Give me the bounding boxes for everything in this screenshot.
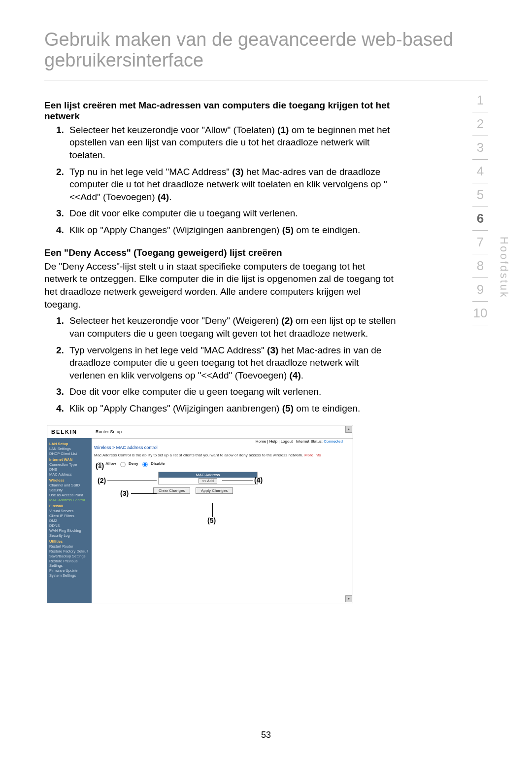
list-item: Selecteer het keuzerondje voor "Allow" (… xyxy=(66,124,397,162)
chapter-nav: 1 2 3 4 5 6 7 8 9 10 xyxy=(463,89,498,325)
sidebar-item[interactable]: Restore Previous Settings xyxy=(49,559,90,568)
home-link[interactable]: Home xyxy=(256,439,266,444)
page-number: 53 xyxy=(0,730,532,740)
screenshot-topbar: BELKIN Router Setup xyxy=(47,425,353,439)
disable-radio[interactable] xyxy=(142,462,147,467)
sidebar-item[interactable]: Security Log xyxy=(49,533,90,538)
sidebar-item[interactable]: Restart Router xyxy=(49,544,90,549)
chapter-link-9[interactable]: 9 xyxy=(463,278,498,301)
sidebar-heading: LAN Setup xyxy=(49,442,90,446)
sidebar-item[interactable]: DNS xyxy=(49,467,90,472)
router-screenshot: ▴ ▾ BELKIN Router Setup Home | Help | Lo… xyxy=(47,425,353,603)
top-links: Home | Help | Logout Internet Status: Co… xyxy=(256,439,343,444)
chapter-link-3[interactable]: 3 xyxy=(463,136,498,159)
status-value: Connected xyxy=(324,439,343,444)
callout-line xyxy=(131,493,157,494)
brand-logo: BELKIN xyxy=(47,429,96,435)
section2-list: Selecteer het keuzerondje voor "Deny" (W… xyxy=(44,314,397,415)
title-rule xyxy=(44,80,488,80)
list-item: Klik op "Apply Changes" (Wijzigingen aan… xyxy=(66,402,397,415)
chapter-link-10[interactable]: 10 xyxy=(463,302,498,325)
help-link[interactable]: Help xyxy=(269,439,277,444)
callout-2: (2) xyxy=(98,477,106,484)
status-label: Internet Status: xyxy=(296,439,323,444)
sidebar-item[interactable]: Connection Type xyxy=(49,462,90,467)
deny-radio[interactable] xyxy=(120,462,125,467)
list-item: Klik op "Apply Changes" (Wijzigingen aan… xyxy=(66,224,397,237)
sidebar-item[interactable]: Use as Access Point xyxy=(49,493,90,497)
mac-header: MAC Address xyxy=(159,472,257,478)
sidebar-item[interactable]: Client IP Filters xyxy=(49,514,90,518)
scroll-up-icon[interactable]: ▴ xyxy=(345,426,352,433)
section2-heading: Een "Deny Access" (Toegang geweigerd) li… xyxy=(44,247,397,258)
screenshot-main: Wireless > MAC address control Mac Addre… xyxy=(94,445,343,494)
chapter-link-6[interactable]: 6 xyxy=(463,207,498,230)
list-item: Typ vervolgens in het lege veld "MAC Add… xyxy=(66,344,397,382)
sidebar-item[interactable]: WAN Ping Blocking xyxy=(49,528,90,533)
sidebar-item[interactable]: Security xyxy=(49,488,90,492)
clear-changes-button[interactable]: Clear Changes xyxy=(153,487,190,494)
sidebar-item[interactable]: Restore Factory Default xyxy=(49,549,90,553)
section2-intro: De "Deny Access"-lijst stelt u in staat … xyxy=(44,260,397,311)
list-item: Doe dit voor elke computer die u geen to… xyxy=(66,385,397,398)
sidebar-heading: Utilities xyxy=(49,539,90,544)
sidebar-item[interactable]: DDNS xyxy=(49,523,90,528)
chapter-link-8[interactable]: 8 xyxy=(463,254,498,277)
callout-4: (4) xyxy=(254,476,263,484)
callout-line xyxy=(105,466,112,466)
chapter-link-7[interactable]: 7 xyxy=(463,231,498,254)
chapter-link-4[interactable]: 4 xyxy=(463,160,498,183)
logout-link[interactable]: Logout xyxy=(281,439,293,444)
apply-changes-button[interactable]: Apply Changes xyxy=(196,487,233,494)
router-setup-label: Router Setup xyxy=(96,429,122,434)
list-item: Doe dit voor elke computer die u toegang… xyxy=(66,207,397,220)
sidebar-item[interactable]: Virtual Servers xyxy=(49,509,90,513)
callout-line xyxy=(107,481,157,481)
list-item: Typ nu in het lege veld "MAC Address" (3… xyxy=(66,166,397,204)
sidebar-item-active[interactable]: MAC Address Control xyxy=(49,498,90,502)
add-button[interactable]: << Add xyxy=(199,478,217,484)
breadcrumb: Wireless > MAC address control xyxy=(94,445,343,450)
sidebar-item[interactable]: DMZ xyxy=(49,518,90,523)
chapter-link-2[interactable]: 2 xyxy=(463,112,498,136)
sidebar-item[interactable]: Channel and SSID xyxy=(49,483,90,487)
callout-5: (5) xyxy=(207,517,216,524)
chapter-label: Hoofdstuk xyxy=(498,237,510,299)
callout-3: (3) xyxy=(120,489,129,497)
section1-heading: Een lijst creëren met Mac-adressen van c… xyxy=(44,100,397,122)
sidebar-item[interactable]: System Settings xyxy=(49,573,90,578)
page-title: Gebruik maken van de geavanceerde web-ba… xyxy=(44,30,488,71)
sidebar-heading: Internet WAN xyxy=(49,457,90,462)
mac-address-table: MAC Address << Add xyxy=(158,472,258,484)
screenshot-sidebar: LAN Setup LAN Settings DHCP Client List … xyxy=(47,438,92,603)
sidebar-heading: Wireless xyxy=(49,478,90,483)
chapter-link-5[interactable]: 5 xyxy=(463,183,498,207)
button-row: Clear Changes Apply Changes xyxy=(153,487,343,494)
body-content: Een lijst creëren met Mac-adressen van c… xyxy=(44,100,397,603)
sidebar-item[interactable]: LAN Settings xyxy=(49,447,90,451)
list-item: Selecteer het keuzerondje voor "Deny" (W… xyxy=(66,314,397,340)
sidebar-item[interactable]: MAC Address xyxy=(49,472,90,477)
more-info-link[interactable]: More Info xyxy=(304,453,321,457)
sidebar-heading: Firewall xyxy=(49,504,90,508)
callout-1: (1) xyxy=(96,462,104,470)
description-text: Mac Address Control is the ability to se… xyxy=(94,453,343,458)
chapter-link-1[interactable]: 1 xyxy=(463,89,498,112)
scroll-down-icon[interactable]: ▾ xyxy=(345,595,352,602)
sidebar-item[interactable]: Save/Backup Settings xyxy=(49,554,90,558)
section1-list: Selecteer het keuzerondje voor "Allow" (… xyxy=(44,124,397,237)
callout-line xyxy=(222,481,253,481)
document-page: Gebruik maken van de geavanceerde web-ba… xyxy=(0,0,532,760)
sidebar-item[interactable]: Firmware Update xyxy=(49,568,90,573)
sidebar-item[interactable]: DHCP Client List xyxy=(49,451,90,456)
callout-line xyxy=(212,503,213,517)
radio-row: Allow Deny Disable xyxy=(94,460,343,468)
